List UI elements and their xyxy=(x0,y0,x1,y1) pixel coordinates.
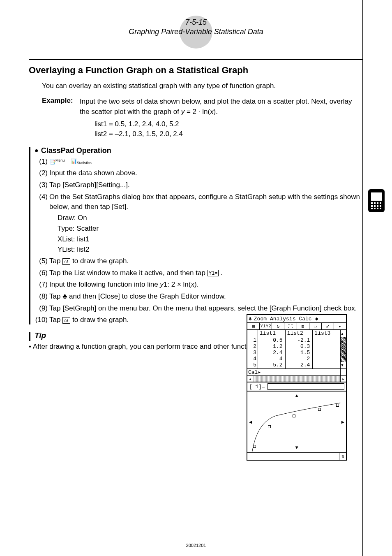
vscroll-track[interactable] xyxy=(340,343,346,350)
calculator-thumbnail-icon xyxy=(368,189,385,212)
list1-text: list1 = 0.5, 1.2, 2.4, 4.0, 5.2 xyxy=(95,119,363,129)
calc-toolbar: ▦ Y1Y2 ↻ ⛶ ⊞ ▭ ⤢ ▸ xyxy=(247,323,346,330)
cell[interactable]: 1.5 xyxy=(286,350,313,356)
step-7-text-a: Input the following function into line xyxy=(49,280,160,288)
header-number: 7-5-15 xyxy=(29,12,363,27)
hscroll-left-icon[interactable]: ◂ xyxy=(247,376,253,382)
row-num: 4 xyxy=(247,356,258,362)
cell[interactable]: 5.2 xyxy=(258,362,286,368)
step-10-text-b: to draw the graph. xyxy=(72,316,129,324)
graph-editor-icon: Y1= xyxy=(208,270,219,276)
example-text: Input the two sets of data shown below, … xyxy=(80,97,363,117)
example-label: Example: xyxy=(42,97,80,117)
calc-input-row: [ 1]= xyxy=(247,382,346,392)
scatter-point xyxy=(253,445,256,448)
page: 7-5-15 Graphing Paired-Variable Statisti… xyxy=(0,0,392,556)
draw-graph-icon: ⌂⫶ xyxy=(62,258,70,265)
vscroll-track[interactable] xyxy=(340,350,346,356)
graph-arrow-right-icon: ▶ xyxy=(341,419,344,425)
step-1: (1) 📑Menu 📊Statistics xyxy=(35,157,363,167)
menu-analysis[interactable]: Analysis xyxy=(269,316,297,322)
footer-id: 20021201 xyxy=(186,543,206,548)
step-5-text-a: Tap xyxy=(49,257,62,265)
step-6-num: (6) xyxy=(35,268,49,278)
graph-arrow-up-icon: ▲ xyxy=(295,393,298,399)
hscroll-right-icon[interactable]: ▸ xyxy=(340,376,346,382)
calc-graph-area[interactable]: ▲ ▼ ◀ ▶ xyxy=(247,392,346,453)
step-8-num: (8) xyxy=(35,292,49,302)
example-func-suffix: ). xyxy=(214,108,218,116)
scatter-point xyxy=(318,408,321,411)
divider xyxy=(29,59,363,60)
intro-text: You can overlay an existing statistical … xyxy=(42,81,363,91)
tip-title: Tip xyxy=(35,331,363,340)
cell[interactable] xyxy=(313,343,340,350)
step-7-y: y xyxy=(160,280,164,288)
scatter-point xyxy=(293,415,295,417)
clover-icon: ♣ xyxy=(62,292,67,300)
section-heading: Overlaying a Function Graph on a Statist… xyxy=(29,65,363,76)
toolbar-btn-4[interactable]: ⛶ xyxy=(284,323,297,329)
vscroll-track[interactable] xyxy=(340,356,346,362)
operation-title-text: ClassPad Operation xyxy=(41,146,111,155)
menu-zoom[interactable]: Zoom xyxy=(253,316,268,322)
step-4: (4) On the Set StatGraphs dialog box tha… xyxy=(35,192,363,212)
page-header: 7-5-15 Graphing Paired-Variable Statisti… xyxy=(29,12,363,36)
menu-calc[interactable]: Calc xyxy=(297,316,313,322)
scatter-point xyxy=(336,404,339,407)
step-2-text: Input the data shown above. xyxy=(49,168,363,178)
cell[interactable] xyxy=(313,362,340,368)
data-row-3: 3 2.4 1.5 xyxy=(247,350,346,356)
graph-arrow-left-icon: ◀ xyxy=(249,419,252,425)
toolbar-btn-7[interactable]: ⤢ xyxy=(322,323,334,329)
menu-more-icon[interactable]: ◆ xyxy=(314,315,320,322)
hscroll: ◂ ▸ xyxy=(247,376,346,382)
toolbar-btn-3[interactable]: ↻ xyxy=(272,323,284,329)
settings-xlist: XList: list1 xyxy=(58,234,363,244)
cell[interactable] xyxy=(313,356,340,362)
hscroll-track[interactable] xyxy=(253,376,340,382)
list2-text: list2 = –2.1, 0.3, 1.5, 2.0, 2.4 xyxy=(95,129,363,139)
cell[interactable]: 2 xyxy=(286,356,313,362)
step-10-text-a: Tap xyxy=(49,316,62,324)
header-title: Graphing Paired-Variable Statistical Dat… xyxy=(29,28,363,36)
row-num: 5 xyxy=(247,362,258,368)
cell[interactable]: 4 xyxy=(258,356,286,362)
step-8-text-b: and then [Close] to close the Graph Edit… xyxy=(69,292,226,300)
toolbar-btn-6[interactable]: ▭ xyxy=(309,323,322,329)
step-4-num: (4) xyxy=(35,192,49,212)
example-block: Example: Input the two sets of data show… xyxy=(42,97,363,117)
statusbar-icon[interactable]: ⇅ xyxy=(339,453,346,460)
cal-label[interactable]: Cal▸ xyxy=(247,369,262,375)
step-5-text-b: to draw the graph. xyxy=(72,257,129,265)
bullet-icon: ● xyxy=(35,147,39,154)
step-5: (5) Tap ⌂⫶ to draw the graph. xyxy=(35,256,363,266)
statistics-icon: 📊Statistics xyxy=(71,158,92,166)
cell[interactable] xyxy=(313,350,340,356)
cell[interactable]: 0.3 xyxy=(286,343,313,350)
calc-menubar: ♣ Zoom Analysis Calc ◆ xyxy=(247,315,346,323)
operation-heading: ● ClassPad Operation xyxy=(35,146,363,155)
scatter-point xyxy=(268,425,271,428)
data-row-4: 4 4 2 xyxy=(247,356,346,362)
step-6-text-b: . xyxy=(221,269,223,277)
statusbar-area xyxy=(247,453,339,460)
step-7: (7) Input the following function into li… xyxy=(35,280,363,290)
toolbar-btn-5[interactable]: ⊞ xyxy=(297,323,309,329)
settings-draw: Draw: On xyxy=(58,213,363,223)
step-6-text-a: Tap the List window to make it active, a… xyxy=(49,269,208,277)
step-4-text: On the Set StatGraphs dialog box that ap… xyxy=(49,192,363,212)
cell[interactable]: 2.4 xyxy=(258,350,286,356)
toolbar-btn-1[interactable]: ▦ xyxy=(247,323,260,329)
draw-graph-icon-2: ⌂⫶ xyxy=(62,317,70,324)
lists-block: list1 = 0.5, 1.2, 2.4, 4.0, 5.2 list2 = … xyxy=(95,119,363,139)
toolbar-btn-8[interactable]: ▸ xyxy=(334,323,346,329)
vscroll-down-icon[interactable]: ▾ xyxy=(340,362,346,368)
clover-menu-icon[interactable]: ♣ xyxy=(249,316,252,322)
cell[interactable]: 2.4 xyxy=(286,362,313,368)
toolbar-btn-2[interactable]: Y1Y2 xyxy=(260,323,272,329)
calc-input-field[interactable] xyxy=(267,383,344,390)
step-2: (2) Input the data shown above. xyxy=(35,168,363,178)
cell[interactable]: 1.2 xyxy=(258,343,286,350)
cal-row: Cal▸ xyxy=(247,368,346,376)
